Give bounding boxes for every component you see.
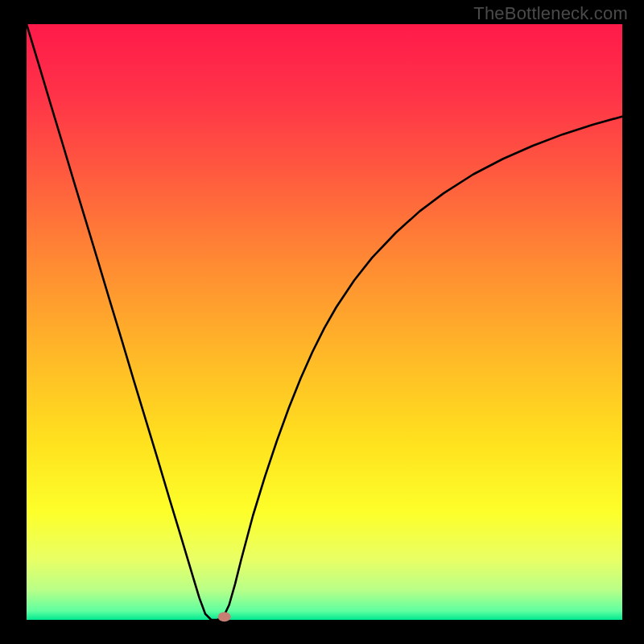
chart-container: { "watermark": "TheBottleneck.com", "cha… <box>0 0 644 644</box>
watermark-text: TheBottleneck.com <box>473 3 628 24</box>
optimal-point-marker <box>218 612 231 621</box>
bottleneck-chart <box>0 0 644 644</box>
